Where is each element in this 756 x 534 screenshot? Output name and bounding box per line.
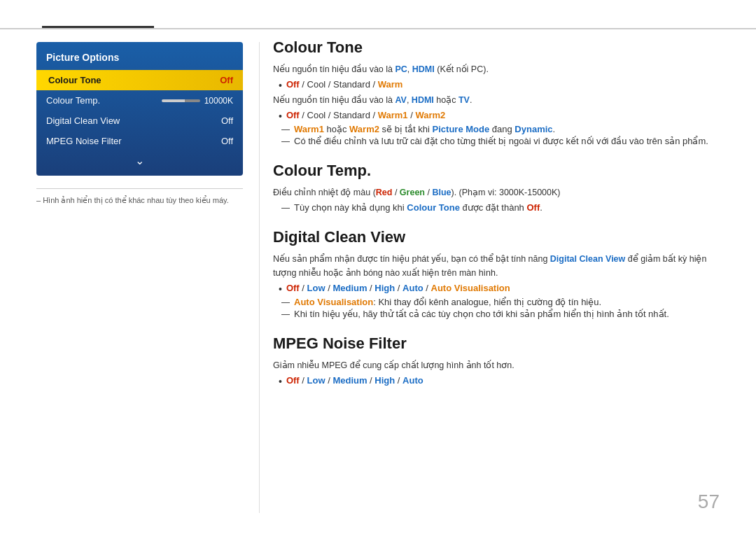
digital-clean-view-label: Digital Clean View xyxy=(46,115,120,126)
colour-tone-para-1: Nếu nguồn tín hiệu đầu vào là PC, HDMI (… xyxy=(273,62,720,76)
colour-tone-dash-1: — Warm1 hoặc Warm2 sẽ bị tắt khi Picture… xyxy=(281,124,720,134)
top-divider xyxy=(0,28,756,29)
picture-options-menu: Picture Options Colour Tone Off Colour T… xyxy=(36,42,243,176)
mpeg-noise-filter-bullet-1: • Off / Low / Medium / High / Auto xyxy=(279,375,720,387)
menu-item-mpeg-noise-filter[interactable]: MPEG Noise Filter Off xyxy=(36,131,243,151)
digital-clean-view-para-1: Nếu sản phẩm nhận được tín hiệu phát yếu… xyxy=(273,252,720,280)
colour-tone-bullet-1: • Off / Cool / Standard / Warm xyxy=(279,79,720,91)
colour-tone-section-title: Colour Tone xyxy=(273,38,720,57)
top-accent xyxy=(42,26,154,28)
mpeg-noise-filter-section-title: MPEG Noise Filter xyxy=(273,335,720,353)
digital-clean-view-dash-2: — Khi tín hiệu yếu, hãy thử tất cả các t… xyxy=(281,309,720,319)
section-mpeg-noise-filter: MPEG Noise Filter Giảm nhiễu MPEG để cun… xyxy=(273,335,720,387)
footnote: – Hình ảnh hiển thị có thể khác nhau tùy… xyxy=(36,188,243,205)
colour-tone-dash-2: — Có thể điều chỉnh và lưu trữ cài đặt c… xyxy=(281,136,720,146)
digital-clean-view-section-title: Digital Clean View xyxy=(273,228,720,246)
vertical-divider xyxy=(259,42,260,513)
colour-temp-section-title: Colour Temp. xyxy=(273,162,720,180)
mpeg-noise-filter-para-1: Giảm nhiễu MPEG để cung cấp chất lượng h… xyxy=(273,358,720,372)
picture-options-title: Picture Options xyxy=(36,49,243,70)
mpeg-noise-filter-label: MPEG Noise Filter xyxy=(46,136,122,146)
colour-temp-para-1: Điều chỉnh nhiệt độ màu (Red / Green / B… xyxy=(273,185,720,199)
menu-item-colour-temp[interactable]: Colour Temp. 10000K xyxy=(36,90,243,111)
colour-tone-para-2: Nếu nguồn tín hiệu đầu vào là AV, HDMI h… xyxy=(273,93,720,107)
digital-clean-view-value: Off xyxy=(221,115,233,126)
colour-temp-value: 10000K xyxy=(204,96,233,106)
chevron-down-icon[interactable]: ⌄ xyxy=(36,151,243,170)
page-number: 57 xyxy=(698,491,720,513)
section-colour-temp: Colour Temp. Điều chỉnh nhiệt độ màu (Re… xyxy=(273,162,720,213)
right-content: Colour Tone Nếu nguồn tín hiệu đầu vào l… xyxy=(273,38,720,402)
digital-clean-view-dash-1: — Auto Visualisation: Khi thay đổi kênh … xyxy=(281,297,720,307)
colour-tone-value: Off xyxy=(220,75,233,85)
colour-temp-slider-area: 10000K xyxy=(162,96,233,106)
colour-tone-bullet-2: • Off / Cool / Standard / Warm1 / Warm2 xyxy=(279,110,720,122)
colour-temp-label: Colour Temp. xyxy=(46,95,100,106)
section-colour-tone: Colour Tone Nếu nguồn tín hiệu đầu vào l… xyxy=(273,38,720,146)
digital-clean-view-bullet-1: • Off / Low / Medium / High / Auto / Aut… xyxy=(279,283,720,295)
colour-temp-dash-1: — Tùy chọn này khả dụng khi Colour Tone … xyxy=(281,202,720,213)
colour-temp-slider[interactable] xyxy=(162,99,200,102)
mpeg-noise-filter-value: Off xyxy=(221,136,233,146)
menu-item-digital-clean-view[interactable]: Digital Clean View Off xyxy=(36,111,243,131)
menu-item-colour-tone[interactable]: Colour Tone Off xyxy=(36,70,243,90)
section-digital-clean-view: Digital Clean View Nếu sản phẩm nhận đượ… xyxy=(273,228,720,319)
colour-tone-label: Colour Tone xyxy=(48,75,102,85)
left-panel: Picture Options Colour Tone Off Colour T… xyxy=(36,42,243,205)
